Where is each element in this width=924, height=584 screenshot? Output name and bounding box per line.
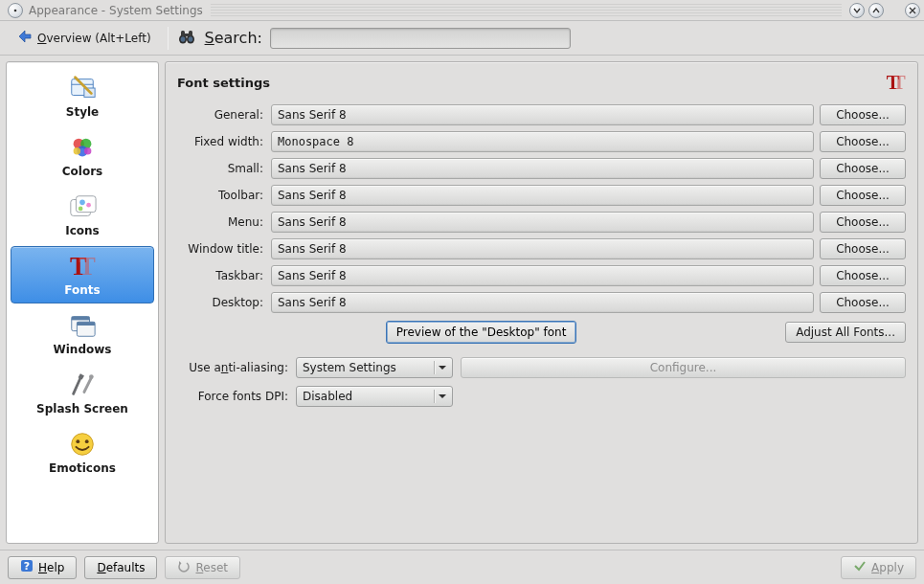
apply-label: Apply: [871, 561, 904, 574]
svg-point-36: [72, 434, 94, 456]
help-button[interactable]: ? Help: [8, 556, 77, 579]
force-dpi-value: Disabled: [303, 390, 352, 403]
adjust-all-fonts-button[interactable]: Adjust All Fonts...: [785, 322, 906, 343]
font-rows: General:Sans Serif 8Choose...Fixed width…: [177, 104, 906, 313]
font-row-value: Sans Serif 8: [271, 238, 814, 259]
overview-label: Overview (Alt+Left): [37, 32, 151, 45]
svg-rect-9: [181, 31, 185, 36]
font-row: Menu:Sans Serif 8Choose...: [177, 212, 906, 233]
panel-header: Font settings T T: [177, 72, 906, 93]
svg-text:T: T: [892, 72, 906, 93]
overview-button[interactable]: Overview (Alt+Left): [8, 24, 160, 52]
force-dpi-label: Force fonts DPI:: [177, 390, 288, 403]
font-row: General:Sans Serif 8Choose...: [177, 104, 906, 125]
font-row: Desktop:Sans Serif 8Choose...: [177, 292, 906, 313]
anti-aliasing-select[interactable]: System Settings: [296, 357, 453, 378]
emoticons-icon: [67, 429, 98, 460]
svg-point-19: [74, 147, 81, 155]
svg-point-23: [79, 200, 85, 206]
titlebar: Appearance - System Settings: [0, 0, 924, 21]
choose-font-button[interactable]: Choose...: [820, 212, 906, 233]
sidebar-item-icons[interactable]: Icons: [11, 187, 154, 244]
colors-icon: [67, 132, 98, 163]
font-row-label: Fixed width:: [177, 135, 265, 148]
splash-icon: [67, 370, 98, 400]
svg-rect-11: [185, 34, 189, 36]
svg-point-38: [85, 439, 89, 443]
panel-title: Font settings: [177, 76, 270, 90]
sidebar-item-style[interactable]: Style: [11, 68, 154, 125]
anti-aliasing-label: Use anti-aliasing:: [177, 361, 288, 374]
font-row: Small:Sans Serif 8Choose...: [177, 158, 906, 179]
search-label: Search:: [205, 29, 262, 47]
sidebar-item-label: Style: [66, 105, 99, 119]
choose-font-button[interactable]: Choose...: [820, 131, 906, 152]
font-row-value: Sans Serif 8: [271, 104, 814, 125]
sidebar-item-emoticons[interactable]: Emoticons: [11, 424, 154, 482]
font-row: Fixed width:Monospace 8Choose...: [177, 131, 906, 152]
svg-point-35: [89, 374, 94, 379]
svg-point-37: [76, 439, 79, 443]
force-dpi-select[interactable]: Disabled: [296, 386, 453, 407]
sidebar-item-label: Icons: [65, 224, 100, 237]
font-row: Taskbar:Sans Serif 8Choose...: [177, 265, 906, 286]
anti-aliasing-row: Use anti-aliasing: System Settings Confi…: [177, 357, 906, 378]
minimize-button[interactable]: [849, 3, 865, 18]
svg-text:T: T: [79, 253, 96, 281]
fonts-header-icon: T T: [885, 72, 906, 93]
svg-point-4: [14, 9, 17, 11]
settings-panel: Font settings T T General:Sans Serif 8Ch…: [165, 61, 918, 544]
sidebar-item-splash[interactable]: Splash Screen: [11, 365, 154, 422]
button-bar: ? Help Defaults Reset Apply: [0, 550, 924, 584]
sidebar-item-label: Windows: [54, 343, 112, 356]
sidebar-item-label: Splash Screen: [36, 402, 128, 416]
close-button[interactable]: [905, 3, 920, 18]
font-row-value: Sans Serif 8: [271, 212, 814, 233]
content-area: StyleColorsIconsTTFontsWindowsSplash Scr…: [0, 56, 924, 550]
svg-rect-29: [72, 317, 90, 321]
font-row-label: General:: [177, 108, 265, 122]
window-menu-button[interactable]: [8, 3, 23, 18]
choose-font-button[interactable]: Choose...: [820, 104, 906, 125]
category-sidebar: StyleColorsIconsTTFontsWindowsSplash Scr…: [6, 61, 159, 544]
preview-font-button[interactable]: Preview of the "Desktop" font: [386, 321, 577, 344]
font-row-label: Menu:: [177, 215, 265, 229]
back-arrow-icon: [16, 28, 34, 48]
fonts-icon: TT: [67, 251, 98, 281]
apply-button[interactable]: Apply: [841, 556, 916, 579]
font-row-value: Sans Serif 8: [271, 265, 814, 286]
option-rows: Use anti-aliasing: System Settings Confi…: [177, 357, 906, 407]
font-row: Window title:Sans Serif 8Choose...: [177, 238, 906, 259]
choose-font-button[interactable]: Choose...: [820, 238, 906, 259]
undo-icon: [177, 559, 191, 575]
font-row-value: Monospace 8: [271, 131, 814, 152]
svg-point-25: [79, 207, 83, 212]
windows-icon: [67, 310, 98, 341]
sidebar-item-label: Emoticons: [49, 461, 116, 475]
sidebar-item-label: Colors: [62, 165, 102, 178]
sidebar-item-fonts[interactable]: TTFonts: [11, 246, 154, 303]
defaults-label: Defaults: [97, 561, 145, 574]
reset-label: Reset: [195, 561, 228, 574]
sidebar-item-windows[interactable]: Windows: [11, 305, 154, 363]
search-input[interactable]: [270, 28, 571, 49]
sidebar-item-colors[interactable]: Colors: [11, 127, 154, 185]
font-row-label: Window title:: [177, 242, 265, 256]
svg-point-24: [86, 203, 91, 208]
font-row-label: Small:: [177, 162, 265, 175]
svg-line-32: [74, 378, 81, 394]
choose-font-button[interactable]: Choose...: [820, 185, 906, 206]
choose-font-button[interactable]: Choose...: [820, 158, 906, 179]
anti-aliasing-configure-button[interactable]: Configure...: [461, 357, 906, 378]
choose-font-button[interactable]: Choose...: [820, 265, 906, 286]
toolbar: Overview (Alt+Left) Search:: [0, 21, 924, 56]
defaults-button[interactable]: Defaults: [84, 556, 157, 579]
font-row-label: Desktop:: [177, 296, 265, 309]
svg-point-8: [188, 36, 192, 41]
titlebar-stripes: [211, 4, 842, 17]
reset-button[interactable]: Reset: [165, 556, 240, 579]
choose-font-button[interactable]: Choose...: [820, 292, 906, 313]
maximize-button[interactable]: [868, 3, 884, 18]
font-row-label: Taskbar:: [177, 269, 265, 282]
anti-aliasing-value: System Settings: [303, 361, 396, 374]
